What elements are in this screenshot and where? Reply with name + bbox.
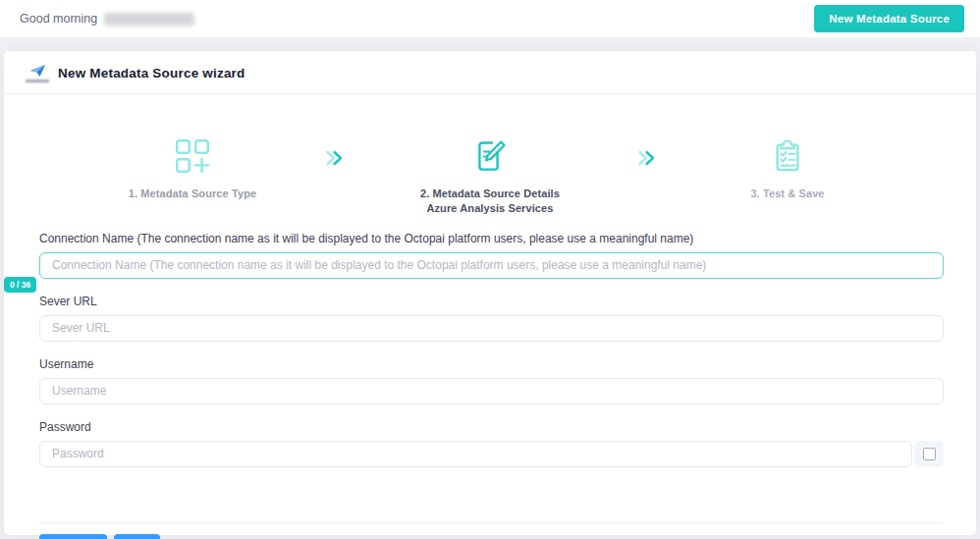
server-url-label: Sever URL	[39, 295, 944, 308]
connection-name-field: Connection Name (The connection name as …	[39, 232, 944, 279]
wizard-steps: 1. Metadata Source Type 2. Metadata Sour…	[4, 94, 976, 216]
top-header: Good morning New Metadata Source	[0, 0, 980, 37]
password-input-group	[39, 441, 944, 467]
new-metadata-source-button[interactable]: New Metadata Source	[814, 5, 964, 32]
connection-name-input[interactable]	[39, 252, 944, 279]
username-field: Username	[39, 357, 944, 404]
greeting-text: Good morning	[20, 12, 97, 26]
password-label: Password	[39, 420, 944, 434]
wizard-title: New Metadata Source wizard	[58, 66, 245, 81]
page: Good morning New Metadata Source New Met…	[0, 0, 980, 535]
octopai-logo-icon	[27, 64, 47, 82]
step-metadata-source-type: 1. Metadata Source Type	[94, 137, 291, 201]
step-arrow-1	[291, 137, 377, 167]
step-label: 3. Test & Save	[750, 187, 824, 201]
step-label-line2: Azure Analysis Services	[420, 201, 560, 216]
logo-caption-redacted	[26, 80, 49, 82]
edit-document-icon	[471, 137, 509, 175]
previous-button[interactable]: Previous	[39, 534, 107, 539]
server-url-input[interactable]	[39, 315, 944, 342]
grid-plus-icon	[174, 137, 211, 175]
step-label: 2. Metadata Source Details Azure Analysi…	[420, 187, 560, 216]
metadata-source-form: Connection Name (The connection name as …	[4, 216, 976, 467]
step-label-line1: 2. Metadata Source Details	[420, 188, 560, 199]
step-test-and-save: 3. Test & Save	[689, 137, 886, 201]
server-url-field: Sever URL	[39, 295, 944, 342]
wizard-card: New Metadata Source wizard 1. Metadata S…	[4, 51, 976, 535]
next-button[interactable]: Next	[114, 534, 161, 539]
connection-name-label: Connection Name (The connection name as …	[39, 232, 944, 245]
show-password-addon	[914, 441, 944, 467]
wizard-actions: Previous Next	[4, 523, 976, 539]
greeting: Good morning	[20, 12, 194, 26]
show-password-checkbox[interactable]	[923, 448, 936, 460]
char-counter-badge: 0 / 36	[4, 277, 36, 293]
clipboard-check-icon	[769, 137, 806, 175]
step-metadata-source-details: 2. Metadata Source Details Azure Analysi…	[377, 137, 603, 216]
double-chevron-right-icon	[324, 149, 344, 167]
username-input[interactable]	[39, 378, 944, 404]
redacted-company-name	[104, 13, 194, 26]
step-label: 1. Metadata Source Type	[129, 187, 256, 201]
double-chevron-right-icon	[636, 149, 656, 167]
step-arrow-2	[603, 137, 689, 167]
logo-glyph	[29, 64, 46, 78]
username-label: Username	[39, 357, 944, 371]
password-field: Password	[39, 420, 944, 467]
card-title-row: New Metadata Source wizard	[4, 51, 976, 93]
password-input[interactable]	[39, 441, 912, 467]
